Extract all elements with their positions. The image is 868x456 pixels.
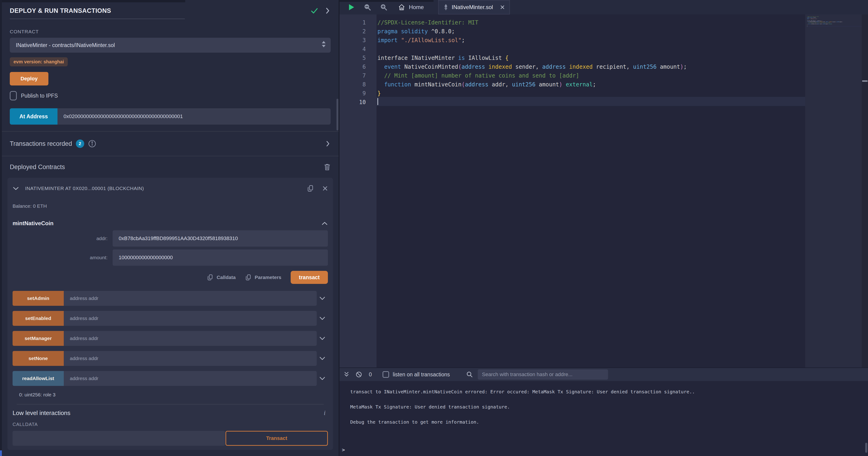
terminal-log-line: MetaMask Tx Signature: User denied trans… [350,404,868,419]
code-line[interactable] [807,25,862,26]
clear-console-ban-icon[interactable] [355,371,362,378]
title-underline [10,19,185,19]
panel-scrollbar-thumb[interactable] [337,99,338,131]
deploy-run-panel: DEPLOY & RUN TRANSACTIONS CONTRACT INati… [2,0,339,456]
terminal-search-input[interactable] [478,369,608,380]
listen-transactions-label: listen on all transactions [393,371,450,378]
function-collapse-chevron-up-icon[interactable] [321,221,328,226]
deploy-button[interactable]: Deploy [10,72,49,85]
expand-function-chevron-icon[interactable] [317,356,328,361]
function-arg-input[interactable] [64,371,317,386]
trash-icon[interactable] [324,163,331,171]
compile-success-check-icon [310,6,318,15]
calldata-copy-label: Calldata [217,275,236,280]
deployed-contracts-title: Deployed Contracts [10,164,65,171]
function-arg-input[interactable] [64,291,317,306]
panel-editor-divider[interactable] [339,0,340,456]
expand-function-chevron-icon[interactable] [317,316,328,321]
line-number-gutter: 12345678910 [340,15,376,368]
function-call-button[interactable]: setManager [12,331,64,346]
contract-label: CONTRACT [10,29,331,34]
line-number: 2 [340,27,366,36]
code-line[interactable]: pragma solidity ^0.8.0; [377,27,805,36]
solidity-icon [443,4,448,11]
calldata-input[interactable] [12,431,225,446]
code-line[interactable]: import "./IAllowList.sol"; [377,36,805,45]
text-cursor [377,98,378,105]
transact-button[interactable]: transact [291,271,328,284]
remove-instance-icon[interactable] [322,186,328,191]
info-icon [88,140,96,148]
minimap[interactable]: //SPDX-License-Identifier: MITpragma sol… [805,15,862,368]
line-number: 7 [340,71,366,80]
zoom-out-icon[interactable] [364,3,371,11]
code-line[interactable]: event NativeCoinMinted(address indexed s… [377,62,805,71]
function-call-button[interactable]: setNone [12,351,64,366]
panel-top-strip [2,0,185,2]
code-line[interactable]: function mintNativeCoin(address addr, ui… [377,80,805,89]
card-divider [17,404,324,404]
function-call-button[interactable]: setAdmin [12,291,64,306]
code-area[interactable]: //SPDX-License-Identifier: MITpragma sol… [376,15,805,368]
code-line[interactable] [377,45,805,54]
collapse-panel-chevron-icon[interactable] [324,7,331,14]
line-number: 1 [340,18,366,27]
function-rows: setAdmin setEnabled setManager setNone r… [12,291,328,386]
ruler-cursor-marker [862,80,868,82]
at-address-button[interactable]: At Address [10,108,58,124]
code-line[interactable]: interface INativeMinter is IAllowList { [377,54,805,62]
publish-ipfs-checkbox[interactable] [10,91,17,101]
function-call-button[interactable]: readAllowList [12,371,64,386]
addr-field-label: addr: [12,236,113,241]
expand-function-chevron-icon[interactable] [317,376,328,381]
search-icon [466,371,473,378]
terminal-output[interactable]: transact to INativeMinter.mintNativeCoin… [340,381,868,456]
code-editor[interactable]: 12345678910 //SPDX-License-Identifier: M… [340,15,868,368]
function-row: setEnabled [12,311,328,326]
terminal: 0 listen on all transactions transact to… [340,368,868,456]
expand-function-chevron-icon[interactable] [317,296,328,301]
tab-inativeminter-sol[interactable]: INativeMinter.sol [438,0,510,15]
tab-home[interactable]: Home [398,0,424,15]
code-line[interactable] [377,98,805,107]
function-row: setAdmin [12,291,328,306]
terminal-scrollbar-thumb[interactable] [865,443,867,453]
function-arg-input[interactable] [64,351,317,366]
transactions-expand-chevron-icon[interactable] [325,140,331,147]
function-name-mintnativecoin: mintNativeCoin [12,220,54,227]
low-level-transact-button[interactable]: Transact [225,431,328,446]
run-script-play-icon[interactable] [348,3,355,11]
editor-tabbar: Home INativeMinter.sol [340,0,868,15]
tab-close-icon[interactable] [500,5,505,9]
low-level-interactions-title: Low level interactions [12,409,70,417]
function-arg-input[interactable] [64,331,317,346]
copy-calldata-button[interactable]: Calldata [207,274,236,281]
amount-field-input[interactable] [113,250,328,266]
remix-ide-window: DEPLOY & RUN TRANSACTIONS CONTRACT INati… [0,0,868,456]
function-call-button[interactable]: setEnabled [12,311,64,326]
expand-function-chevron-icon[interactable] [317,336,328,341]
instance-collapse-chevron-icon[interactable] [12,186,19,191]
listen-transactions-checkbox[interactable] [382,371,389,378]
instance-balance: Balance: 0 ETH [12,203,328,209]
collapse-terminal-icon[interactable] [343,371,350,378]
zoom-in-icon[interactable] [380,3,388,11]
transactions-count-badge: 2 [76,140,84,148]
transactions-recorded-label: Transactions recorded [10,140,72,147]
contract-select[interactable]: INativeMinter - contracts/INativeMinter.… [10,38,331,53]
deployed-contract-card: INATIVEMINTER AT 0X020...00001 (BLOCKCHA… [7,178,333,450]
code-line[interactable]: // Mint [amount] number of native coins … [377,71,805,80]
copy-parameters-button[interactable]: Parameters [245,274,281,281]
code-line[interactable]: } [377,89,805,98]
copy-address-icon[interactable] [307,184,314,192]
line-number: 8 [340,80,366,89]
function-row: readAllowList [12,371,328,386]
terminal-prompt: > [342,447,345,453]
function-arg-input[interactable] [64,311,317,326]
readallowlist-output: 0: uint256: role 3 [19,392,328,398]
at-address-input[interactable] [58,108,331,124]
code-line[interactable]: //SPDX-License-Identifier: MIT [377,18,805,27]
page-title: DEPLOY & RUN TRANSACTIONS [10,7,111,15]
addr-field-input[interactable] [113,230,328,247]
contract-select-value: INativeMinter - contracts/INativeMinter.… [16,42,115,49]
